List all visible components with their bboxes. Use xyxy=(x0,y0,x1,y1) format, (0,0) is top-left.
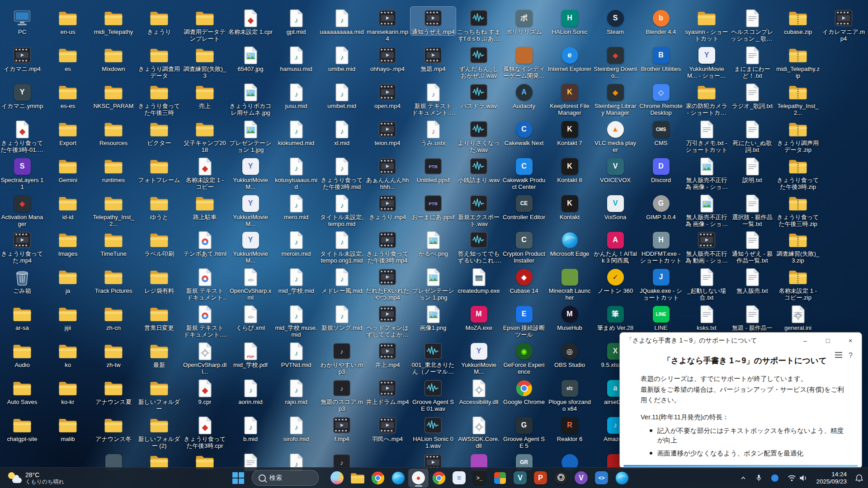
desktop-icon[interactable]: 死にたい_ぬ歌詞.txt xyxy=(730,118,775,153)
desktop-icon[interactable]: ♪ 新規 テキスト ドキュメント.musicxml xyxy=(410,81,456,116)
desktop-icon[interactable]: ◎OBS Studio xyxy=(547,340,592,368)
desktop-icon[interactable]: 画像1.png xyxy=(410,303,456,331)
taskbar-app-chrome[interactable] xyxy=(368,469,388,488)
desktop-icon[interactable]: 調査練習(失敗)_3 xyxy=(182,44,227,79)
desktop-icon[interactable]: ko-kr xyxy=(45,377,90,405)
desktop-icon[interactable]: CCrypton Product Installer xyxy=(501,229,547,264)
desktop-icon[interactable]: PDF mid_学校.pdf xyxy=(228,340,273,368)
desktop-icon[interactable]: teion.mp4 xyxy=(365,118,410,146)
desktop-icon[interactable]: 無人販売不正行為 動画 - ショートカット xyxy=(684,229,729,264)
desktop-icon[interactable]: ♪ タイトル未設定, tempo.mid xyxy=(319,192,364,227)
desktop-icon[interactable]: アナウンス冬 xyxy=(91,414,136,442)
desktop-icon[interactable]: bBlender 4.4 xyxy=(638,7,684,35)
desktop-icon[interactable]: 名称未設定 1 - コピー xyxy=(182,155,227,190)
desktop-icon[interactable]: chatgpt-site xyxy=(0,414,45,442)
desktop-icon[interactable]: 名称未設定 1 - コピー.zip xyxy=(775,266,821,301)
desktop-icon[interactable]: LINELINE xyxy=(638,303,684,331)
desktop-icon[interactable]: 新規 テキスト ドキュメント (2).html xyxy=(182,266,227,301)
desktop-icon[interactable]: ar-sa xyxy=(0,303,45,331)
desktop-icon[interactable]: KKeepforest File Manager xyxy=(547,81,592,116)
desktop-icon[interactable]: 新規エクスポート.wav xyxy=(456,192,501,227)
desktop-icon[interactable]: RReaktor 6 xyxy=(547,414,592,442)
taskbar-app-chrome-2[interactable] xyxy=(429,469,449,488)
desktop-icon[interactable]: KKontakt 7 xyxy=(547,118,592,146)
desktop-icon[interactable]: GGroove Agent SE 5 xyxy=(501,414,547,449)
desktop-icon[interactable]: きょうり調声用データ.zip xyxy=(775,118,821,153)
desktop-icon[interactable]: ♪ きょうり食ってた午後3時.mid xyxy=(319,155,364,190)
desktop-icon[interactable]: 調査練習(失敗)_3.zip xyxy=(775,229,821,264)
desktop-icon[interactable]: Images xyxy=(45,229,90,257)
desktop-icon[interactable]: バスドラ.wav xyxy=(456,81,501,109)
desktop-icon[interactable]: ♪ PVTNd.mid xyxy=(274,340,319,368)
widgets-weather-button[interactable]: 28°C くもりのち晴れ xyxy=(4,468,68,488)
taskbar-app-active-app[interactable]: ● xyxy=(408,469,429,488)
desktop-icon[interactable]: createdump.exe xyxy=(456,266,501,294)
desktop-icon[interactable]: AAudacity xyxy=(501,81,547,109)
desktop-icon[interactable]: Groove Agent SE 01.wav xyxy=(410,377,456,412)
desktop-icon[interactable]: ♪ meroin.mid xyxy=(274,229,319,257)
desktop-icon[interactable]: ♪ hamusu.mid xyxy=(274,44,319,72)
desktop-icon[interactable]: ♪ gpt.mid xyxy=(274,7,319,35)
desktop-icon[interactable]: ♪ mid_学校.mid xyxy=(274,266,319,294)
desktop-icon[interactable]: DDiscord xyxy=(638,155,684,183)
taskbar-search[interactable]: 検索 xyxy=(252,470,319,486)
desktop-icon[interactable]: open.mp4 xyxy=(365,81,410,109)
desktop-icon[interactable]: TimeTune xyxy=(91,229,136,257)
desktop-icon[interactable]: 65407.jpg xyxy=(228,44,273,72)
tray-app-icon[interactable] xyxy=(769,473,781,483)
desktop-icon[interactable]: ♪ kiokumed.mid xyxy=(274,118,319,146)
list-menu-icon[interactable] xyxy=(835,352,842,360)
desktop-icon[interactable]: es-es xyxy=(45,81,90,109)
desktop-icon[interactable]: ko xyxy=(45,340,90,368)
desktop-icon[interactable]: 名称未設定 1.cpr xyxy=(228,7,273,35)
taskbar-app-office[interactable] xyxy=(490,469,510,488)
help-icon[interactable]: ? xyxy=(849,352,853,360)
desktop-icon[interactable]: 家の防犯カメラ - ショートカット xyxy=(684,81,729,116)
desktop-icon[interactable]: 無題.mp4 xyxy=(410,44,456,72)
desktop-icon[interactable]: ♪ 新規ソング.mid xyxy=(319,303,364,331)
desktop-icon[interactable]: ◆Cubase 14 xyxy=(501,266,547,294)
desktop-icon[interactable]: 路上駐車 xyxy=(182,192,227,221)
desktop-icon[interactable]: ◆Activation Manager xyxy=(0,192,45,227)
desktop-icon[interactable]: きょうり xyxy=(137,7,182,35)
desktop-icon[interactable]: 答え知ってでもずるいわこれ.wav xyxy=(456,229,501,264)
taskbar-app-copilot[interactable] xyxy=(327,469,347,488)
desktop-icon[interactable]: きょうり食ってた午後三時.zip xyxy=(775,192,821,227)
desktop-icon[interactable]: レジ袋有料 xyxy=(137,266,182,294)
desktop-icon[interactable]: 通知うぜえ.mp4 xyxy=(410,7,456,35)
desktop-icon[interactable]: Track Pictures xyxy=(91,266,136,294)
desktop-icon[interactable]: YYukkuriMovieM... xyxy=(228,229,273,264)
desktop-icon[interactable]: アナウンス夏 xyxy=(91,377,136,405)
desktop-icon[interactable]: よりりさくなった.wav xyxy=(456,118,501,153)
desktop-icon[interactable]: MMoZA.exe xyxy=(456,303,501,331)
desktop-icon[interactable]: midi_Telepathy xyxy=(91,7,136,35)
desktop-icon[interactable]: YYukkuriMovieM... xyxy=(228,155,273,190)
desktop-icon[interactable]: ♪ mid_学校 muse.mid xyxy=(274,303,319,338)
desktop-icon[interactable]: GGIMP 3.0.4 xyxy=(638,192,684,221)
desktop-icon[interactable]: プレゼンテーション 1.png xyxy=(410,266,456,301)
desktop-icon[interactable]: Export xyxy=(45,118,90,146)
desktop-icon[interactable]: 父子キャンプ2018 xyxy=(182,118,227,153)
close-button[interactable]: × xyxy=(839,333,862,349)
desktop-icon[interactable]: midi_Telepathy.zip xyxy=(775,44,821,79)
desktop-icon[interactable]: Microsoft Edge xyxy=(547,229,592,257)
desktop-icon[interactable]: きょうり食ってた.mp4 xyxy=(0,229,45,264)
desktop-icon[interactable]: AWSSDK.Core.dll xyxy=(456,414,501,449)
desktop-icon[interactable]: ビクター xyxy=(137,118,182,146)
desktop-icon[interactable]: ♪ メドレー風.mid xyxy=(319,266,364,294)
desktop-icon[interactable]: 無人販売不正行為 画像 - ショートカット xyxy=(684,155,729,190)
desktop-icon[interactable]: かるべ.png xyxy=(410,229,456,257)
desktop-icon[interactable]: YYukkuriMovieM... xyxy=(456,340,501,375)
taskbar-app-edge[interactable] xyxy=(388,469,408,488)
desktop-icon[interactable]: eInternet Explorer xyxy=(547,44,592,72)
desktop-icon[interactable]: イカレマニア.mp4 xyxy=(821,7,866,42)
desktop-icon[interactable]: 小銭詰まり.wav xyxy=(456,155,501,183)
desktop-icon[interactable]: BBrother Utilities xyxy=(638,44,684,72)
desktop-icon[interactable]: ♪ タイトル未設定, tempo.ong1.mid xyxy=(319,229,364,264)
desktop-icon[interactable]: ◉GeForce Experience xyxy=(501,340,547,375)
desktop-icon[interactable]: ▲VLC media player xyxy=(593,118,638,153)
desktop-icon[interactable]: ♪ aorin.mid xyxy=(228,377,273,405)
desktop-icon[interactable]: ラジオ_歌詞.txt xyxy=(730,81,775,109)
desktop-icon[interactable]: NKSC_PARAM xyxy=(91,81,136,109)
desktop-icon[interactable]: HALion Sonic 01.wav xyxy=(410,414,456,449)
